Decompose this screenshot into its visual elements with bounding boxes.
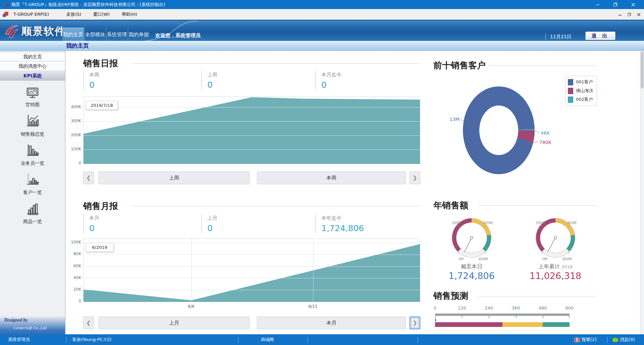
status-alerts[interactable]: 预警[2] [582,334,596,345]
forecast-ruler-tick [569,316,570,318]
sidebar-shortcut-gantt[interactable]: 甘特图 [0,102,65,108]
status-network: 局域网 [261,334,274,345]
gauge-caption-today: 截至本日 [438,263,505,270]
alert-icon [574,337,580,342]
gauge-last-year: 200M 400M 0M 600M [530,213,581,263]
stat-label: 本周 [89,72,184,78]
y-tick-label: 300K [66,119,81,123]
centersoft-text: CenterSoft Co.,Ltd. [13,325,47,331]
sidebar-shortcut-product-overview[interactable]: 商品一览 [0,219,65,225]
annual-sales-title: 年销售额 [433,200,468,211]
stat-this-week: 本周 0 [83,71,184,90]
daily-next-button[interactable]: 本周 [257,171,406,184]
gauge-axis-200m: 200M [452,221,461,225]
forecast-marker [435,319,436,322]
menu-bar: T-GROUP ERP(E) 皮肤(S) 窗口(W) 帮助(H) [0,9,644,20]
nav-tab-my-documents[interactable]: 我的单据 [128,27,149,42]
x-tick-label: 6/11 [303,304,323,309]
window-restore-button[interactable] [606,0,624,9]
vertical-scrollbar[interactable] [640,51,644,334]
daily-next-arrow-button[interactable]: ❯ [410,171,420,184]
legend-item[interactable]: 佛山海沃 [568,86,595,95]
window-title: 顺景『T-GROUP』制造业ERP系统 - 东莞顺景软件科技有限公司 - [系统… [11,0,165,9]
nav-tab-all-modules[interactable]: 全部模块 [84,27,106,42]
window-minimize-button[interactable] [589,0,606,9]
menu-item-tgroup-erp[interactable]: T-GROUP ERP(E) [11,9,51,20]
stat-year-to-date: 本年迄今 1,724,806 [315,214,416,234]
scrollbar-thumb[interactable] [641,52,644,88]
shunjing-logo-icon [3,22,19,39]
gauge-axis-600m: 600M [562,257,572,261]
monthly-next-button[interactable]: 本月 [257,317,406,329]
y-tick-label: 100K [66,147,81,151]
monthly-prev-arrow-button[interactable]: ❮ [83,317,94,329]
nav-band: 顺景软件 我的主页 全部模块 系统管理 我的单据 欢迎您，系统管理员 11月21… [0,20,644,41]
monthly-next-arrow-button[interactable]: ❯ [410,317,420,329]
status-bar: 系统管理员 复杂(Young-PC:FZ) 局域网 预警[2] 消息[9] [0,334,644,345]
product-overview-icon[interactable] [0,201,65,217]
y-tick-label: 20K [66,287,81,292]
chevron-right-icon: ❯ [413,320,417,326]
mdi-minimize-button[interactable] [616,10,624,18]
mdi-close-button[interactable] [635,10,643,18]
legend-swatch [568,96,573,103]
stat-value: 0 [89,223,184,233]
salesman-overview-icon[interactable] [0,143,65,159]
stat-value: 0 [321,80,416,90]
forecast-title-line [478,296,596,296]
message-icon [612,338,618,342]
monthly-sales-area-chart: 6/2019 [83,238,420,302]
customer-overview-icon[interactable] [0,171,65,188]
chevron-left-icon: ❮ [86,320,91,326]
forecast-segment [543,322,570,327]
sidebar-item-kpi-system[interactable]: KPI系统 [0,71,65,81]
sidebar-item-my-home[interactable]: 我的主页 [0,52,65,61]
designed-by-text: Designed by [4,318,28,323]
sidebar-item-message-center[interactable]: 我的消息中心 [0,62,65,71]
sidebar-shortcut-customer-overview[interactable]: 客户一览 [0,190,65,196]
chevron-left-icon: ❮ [86,175,91,181]
legend-item[interactable]: 002客户 [568,95,595,104]
stat-label: 本月 [89,215,184,221]
forecast-ruler-tick [462,316,463,318]
monthly-prev-button[interactable]: 上月 [99,317,250,329]
gauge-axis-0m: 0M [459,257,464,261]
forecast-ruler-tick [543,316,543,318]
sidebar-shortcut-customer-salesman[interactable]: 业务员一览 [0,160,65,166]
sidebar-shortcut-sales-overview[interactable]: 销售额总览 [0,131,65,137]
daily-prev-arrow-button[interactable]: ❮ [83,171,94,184]
stat-value: 0 [207,223,302,233]
menu-item-skin[interactable]: 皮肤(S) [64,9,83,20]
legend-item[interactable]: 001客户 [568,78,595,86]
menu-item-help[interactable]: 帮助(H) [120,9,139,20]
daily-prev-button[interactable]: 上周 [99,171,250,184]
erp-dashboard: 顺景『T-GROUP』制造业ERP系统 - 东莞顺景软件科技有限公司 - [系统… [0,0,644,345]
menu-item-window[interactable]: 窗口(W) [91,9,112,20]
annual-title-line [478,205,596,206]
monthly-title-line [131,206,420,206]
welcome-text: 欢迎您，系统管理员 [155,32,201,39]
sales-overview-icon[interactable] [0,113,65,129]
x-tick-label: 6/6 [181,304,201,309]
nav-tab-my-home[interactable]: 我的主页 [62,27,84,42]
window-close-button[interactable] [625,0,642,9]
donut-label-46k: 46K [541,130,550,136]
mdi-restore-button[interactable] [625,10,633,18]
status-messages[interactable]: 消息[9] [620,334,635,345]
sidebar: 我的主页 我的消息中心 KPI系统 甘特图 销售额总览 业务员一览 [0,51,65,334]
window-title-bar: 顺景『T-GROUP』制造业ERP系统 - 东莞顺景软件科技有限公司 - [系统… [0,0,644,9]
breadcrumb-label: 我的主页 [66,41,89,51]
monthly-chart-label: 6/2019 [86,243,114,252]
logout-button[interactable]: 退 出 [585,31,615,40]
gauge-pivot [470,236,473,239]
stat-last-week: 上周 0 [201,71,302,90]
legend-label: 佛山海沃 [576,88,593,94]
stat-label: 本年迄今 [321,215,416,221]
y-tick-label: 200K [66,133,81,137]
y-tick-label: 40K [66,275,81,280]
stat-value: 0 [207,80,302,90]
stat-label: 上月 [207,215,302,221]
nav-tab-system-admin[interactable]: 系统管理 [106,27,127,42]
gantt-monitor-icon[interactable] [0,86,65,102]
forecast-segment [502,322,543,327]
